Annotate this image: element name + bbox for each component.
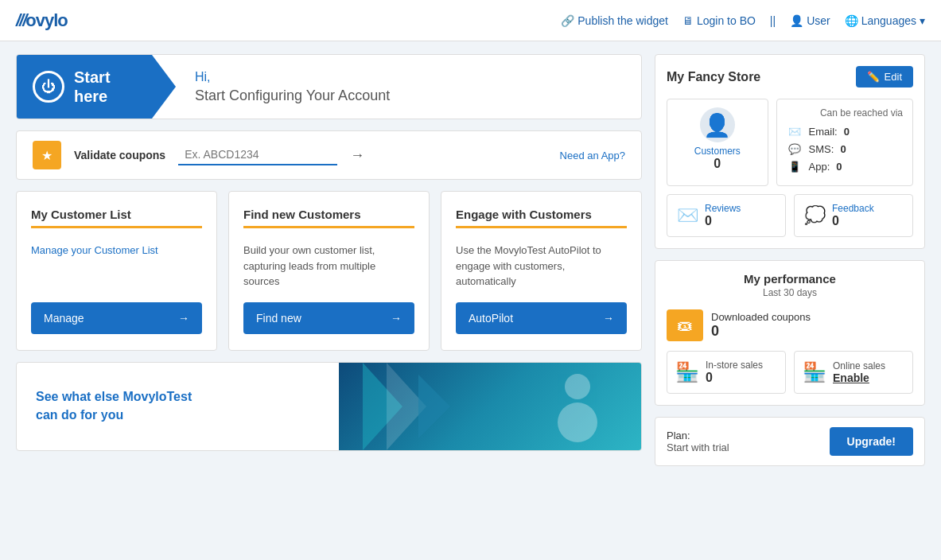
bottom-banner: See what else MovyloTest can do for you (16, 362, 642, 451)
instore-count: 0 (706, 371, 763, 385)
feedback-label[interactable]: Feedback (832, 203, 874, 214)
arrow-right-icon: → (603, 312, 614, 325)
person-silhouette (546, 371, 609, 442)
email-reach: ✉️ Email: 0 (787, 125, 903, 138)
coupon-icon (33, 141, 61, 169)
header: ///ovylo 🔗 Publish the widget 🖥 Login to… (0, 0, 941, 41)
card-title-engage: Engage with Customers (456, 208, 627, 228)
reach-title: Can be reached via (787, 107, 903, 119)
online-info: Online sales Enable (833, 360, 885, 384)
arrow-right-icon: → (391, 312, 402, 325)
downloaded-coupons-count: 0 (711, 323, 811, 340)
sms-reach: 💬 SMS: 0 (787, 142, 903, 155)
feedback-block: 💭 Feedback 0 (794, 194, 913, 237)
need-app-link[interactable]: Need an App? (560, 150, 625, 161)
start-subtitle: Start Configuring Your Account (195, 88, 390, 104)
card-title-customer-list: My Customer List (31, 208, 202, 228)
upgrade-button[interactable]: Upgrade! (830, 427, 913, 456)
plan-card: Plan: Start with trial Upgrade! (655, 417, 925, 466)
enable-online-link[interactable]: Enable (833, 371, 885, 384)
languages-link[interactable]: 🌐 Languages ▾ (845, 14, 925, 27)
plan-label: Plan: (667, 430, 729, 441)
downloaded-coupons-label: Downloaded coupons (711, 311, 811, 323)
instore-label: In-store sales (706, 360, 763, 371)
right-panel: My Fancy Store ✏️ Edit 👤 Customers 0 Can… (655, 54, 925, 466)
instore-sales-block: 🏪 In-store sales 0 (667, 351, 786, 394)
start-content: Hi, Start Configuring Your Account (176, 57, 409, 117)
performance-card: My performance Last 30 days 🎟 Downloaded… (655, 260, 925, 406)
sms-icon: 💬 (787, 142, 803, 155)
arrow-right-icon: → (178, 312, 189, 325)
left-panel: ⏻ Start here Hi, Start Configuring Your … (16, 54, 642, 466)
edit-icon: ✏️ (867, 71, 880, 83)
user-link[interactable]: 👤 User (790, 14, 830, 27)
power-icon: ⏻ (33, 71, 64, 103)
manage-button[interactable]: Manage → (31, 302, 202, 334)
card-title-find-customers: Find new Customers (243, 208, 414, 228)
feedback-info: Feedback 0 (832, 203, 874, 228)
publish-widget-link[interactable]: 🔗 Publish the widget (561, 14, 668, 27)
store-header: My Fancy Store ✏️ Edit (667, 66, 913, 88)
autopilot-button[interactable]: AutoPilot → (456, 302, 627, 334)
plan-name: Start with trial (667, 441, 729, 453)
engage-customers-card: Engage with Customers Use the MovyloTest… (441, 191, 642, 351)
coupon-label: Validate coupons (74, 149, 165, 161)
validate-coupons-bar: Validate coupons → Need an App? (16, 130, 642, 180)
link-icon: 🔗 (561, 14, 574, 27)
my-customer-list-card: My Customer List Manage your Customer Li… (16, 191, 217, 351)
reviews-label[interactable]: Reviews (705, 203, 741, 214)
customer-avatar: 👤 (700, 107, 735, 142)
start-blue-section: ⏻ Start here (17, 55, 176, 119)
instore-info: In-store sales 0 (706, 360, 763, 385)
arrow-icon[interactable]: → (350, 147, 364, 164)
customers-label[interactable]: Customers (694, 146, 741, 157)
reviews-block: ✉️ Reviews 0 (667, 194, 786, 237)
reviews-icon: ✉️ (677, 205, 698, 226)
store-name: My Fancy Store (667, 70, 760, 84)
edit-button[interactable]: ✏️ Edit (856, 66, 913, 88)
feedback-icon: 💭 (804, 205, 826, 226)
downloaded-coupon-icon: 🎟 (667, 309, 703, 341)
online-label: Online sales (833, 360, 885, 371)
card-desc-find-customers: Build your own customer list, capturing … (243, 243, 414, 290)
globe-icon: 🌐 (845, 14, 858, 27)
bottom-visual (339, 363, 641, 450)
reviews-info: Reviews 0 (705, 203, 741, 228)
find-new-customers-card: Find new Customers Build your own custom… (228, 191, 430, 351)
reach-block: Can be reached via ✉️ Email: 0 💬 SMS: 0 … (776, 99, 913, 186)
user-icon: 👤 (790, 14, 803, 27)
coupon-input[interactable] (178, 145, 337, 165)
feedback-count: 0 (832, 214, 874, 228)
customers-block: 👤 Customers 0 (667, 99, 768, 186)
sales-row: 🏪 In-store sales 0 🏪 Online sales Enable (667, 351, 913, 394)
nav-divider: || (770, 14, 776, 27)
find-new-button[interactable]: Find new → (243, 302, 414, 334)
header-nav: 🔗 Publish the widget 🖥 Login to BO || 👤 … (561, 14, 925, 27)
logo-text: ///ovylo (16, 10, 68, 31)
bo-icon: 🖥 (682, 14, 694, 27)
start-banner: ⏻ Start here Hi, Start Configuring Your … (16, 54, 642, 119)
reviews-count: 0 (705, 214, 741, 228)
performance-title: My performance (667, 272, 913, 286)
card-desc-customer-list: Manage your Customer List (31, 243, 202, 290)
login-to-bo-link[interactable]: 🖥 Login to BO (682, 14, 756, 27)
greeting: Hi, (195, 70, 390, 84)
chevron-down-icon: ▾ (920, 14, 925, 27)
app-reach: 📱 App: 0 (787, 160, 903, 173)
chevron-decoration-3 (418, 375, 450, 438)
bottom-title: See what else MovyloTest can do for you (36, 388, 192, 424)
svg-point-0 (565, 374, 590, 399)
performance-subtitle: Last 30 days (667, 287, 913, 298)
cards-row: My Customer List Manage your Customer Li… (16, 191, 642, 351)
email-icon: ✉️ (787, 125, 803, 138)
app-icon: 📱 (787, 160, 803, 173)
logo: ///ovylo (16, 10, 68, 31)
main-container: ⏻ Start here Hi, Start Configuring Your … (0, 41, 941, 479)
store-stats: 👤 Customers 0 Can be reached via ✉️ Emai… (667, 99, 913, 186)
customers-count: 0 (714, 157, 721, 171)
instore-icon: 🏪 (675, 361, 699, 383)
store-card: My Fancy Store ✏️ Edit 👤 Customers 0 Can… (655, 54, 925, 249)
start-here-text: Start here (74, 68, 111, 106)
bottom-banner-text: See what else MovyloTest can do for you (17, 372, 211, 440)
online-sales-block: 🏪 Online sales Enable (794, 351, 913, 394)
